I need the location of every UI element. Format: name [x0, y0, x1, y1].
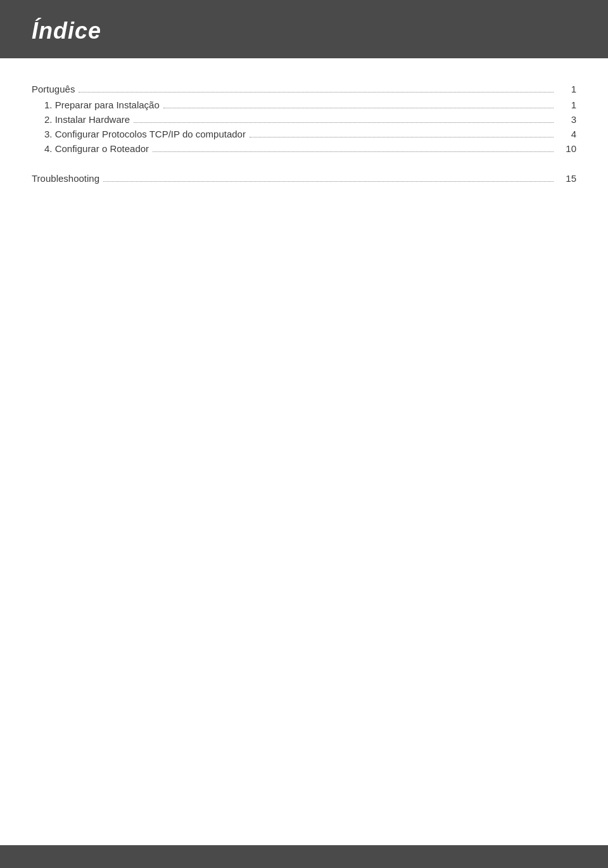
toc-dots-1 — [163, 108, 554, 108]
toc-label-2: 2. Instalar Hardware — [44, 114, 130, 125]
toc-section-label-troubleshooting: Troubleshooting — [32, 173, 99, 184]
page-header: Índice — [0, 0, 608, 58]
toc-label-4: 4. Configurar o Roteador — [44, 143, 149, 154]
toc-page-4: 10 — [557, 143, 576, 154]
toc-dots-troubleshooting — [103, 181, 554, 182]
toc-section-portugues: Português 1 — [32, 84, 576, 94]
toc-dots-3 — [250, 137, 554, 137]
toc-dots-4 — [153, 151, 554, 152]
toc-dots-2 — [134, 122, 554, 123]
toc-page-portugues: 1 — [557, 84, 576, 94]
page-footer — [0, 845, 608, 868]
toc-entry-2: 2. Instalar Hardware 3 — [32, 114, 576, 125]
toc-page-1: 1 — [557, 99, 576, 110]
toc-entry-1: 1. Preparar para Instalação 1 — [32, 99, 576, 110]
toc-spacer — [32, 158, 576, 173]
toc-label-3: 3. Configurar Protocolos TCP/IP do compu… — [44, 129, 246, 139]
toc-label-1: 1. Preparar para Instalação — [44, 99, 160, 110]
toc-dots — [79, 92, 554, 93]
toc-content: Português 1 1. Preparar para Instalação … — [0, 58, 608, 845]
toc-section-label-portugues: Português — [32, 84, 75, 94]
toc-section-troubleshooting: Troubleshooting 15 — [32, 173, 576, 184]
toc-page-troubleshooting: 15 — [557, 173, 576, 184]
toc-entry-3: 3. Configurar Protocolos TCP/IP do compu… — [32, 129, 576, 139]
page-title: Índice — [32, 18, 101, 44]
toc-page-2: 3 — [557, 114, 576, 125]
toc-entry-4: 4. Configurar o Roteador 10 — [32, 143, 576, 154]
toc-page-3: 4 — [557, 129, 576, 139]
